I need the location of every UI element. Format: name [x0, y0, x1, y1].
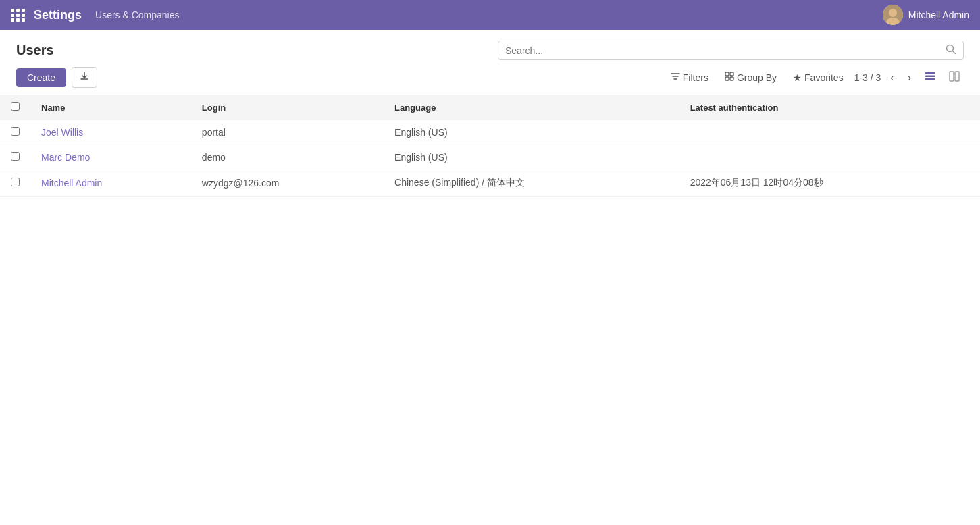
col-latest-auth: Latest authentication [679, 95, 980, 120]
select-all-checkbox[interactable] [11, 102, 20, 111]
toolbar-right: Filters Group By ★ Favorites [665, 68, 964, 87]
main-content: Users Create [0, 30, 980, 525]
row-checkbox-cell [0, 170, 30, 197]
filters-button[interactable]: Filters [665, 69, 714, 86]
svg-rect-12 [950, 72, 954, 81]
page-header: Users [0, 30, 980, 60]
pagination-info: 1-3 / 3 [854, 72, 881, 83]
row-checkbox[interactable] [11, 178, 20, 186]
apps-menu-button[interactable] [11, 9, 26, 22]
avatar[interactable] [883, 5, 903, 25]
row-name: Mitchell Admin [30, 170, 191, 197]
table-row: Marc Demo demo English (US) [0, 145, 980, 170]
username-label: Mitchell Admin [908, 9, 969, 20]
topbar: Settings Users & Companies Mitchell Admi… [0, 0, 980, 30]
toolbar-left: Create [16, 67, 97, 88]
row-login: demo [191, 145, 384, 170]
search-icon [946, 44, 956, 57]
row-latest-auth [679, 120, 980, 145]
next-page-button[interactable]: › [904, 70, 915, 85]
row-checkbox-cell [0, 145, 30, 170]
export-button[interactable] [72, 67, 97, 88]
table-row: Joel Willis portal English (US) [0, 120, 980, 145]
select-all-col [0, 95, 30, 120]
svg-rect-11 [925, 78, 935, 80]
col-language: Language [384, 95, 679, 120]
svg-rect-8 [730, 77, 733, 80]
user-link[interactable]: Joel Willis [41, 127, 83, 138]
col-name: Name [30, 95, 191, 120]
table-header-row: Name Login Language Latest authenticatio… [0, 95, 980, 120]
svg-rect-5 [725, 72, 729, 76]
page-title: Users [16, 43, 54, 58]
svg-rect-7 [725, 77, 729, 80]
toolbar: Create Filters [0, 60, 980, 95]
svg-rect-6 [730, 72, 733, 76]
svg-rect-10 [925, 75, 935, 77]
search-input[interactable] [505, 45, 946, 56]
table-row: Mitchell Admin wzydgz@126.com Chinese (S… [0, 170, 980, 197]
users-table: Name Login Language Latest authenticatio… [0, 95, 980, 197]
star-icon: ★ [793, 72, 802, 83]
row-latest-auth [679, 145, 980, 170]
filters-label: Filters [683, 72, 708, 83]
row-name: Joel Willis [30, 120, 191, 145]
svg-line-4 [953, 51, 956, 54]
row-latest-auth: 2022年06月13日 12时04分08秒 [679, 170, 980, 197]
row-login: portal [191, 120, 384, 145]
row-language: English (US) [384, 120, 679, 145]
row-name: Marc Demo [30, 145, 191, 170]
svg-point-1 [889, 9, 897, 17]
row-language: English (US) [384, 145, 679, 170]
row-checkbox[interactable] [11, 127, 20, 136]
col-login: Login [191, 95, 384, 120]
group-by-label: Group By [737, 72, 777, 83]
list-view-button[interactable] [921, 68, 939, 87]
row-checkbox[interactable] [11, 152, 20, 161]
groupby-icon [725, 72, 734, 83]
kanban-view-button[interactable] [945, 68, 964, 87]
row-login: wzydgz@126.com [191, 170, 384, 197]
row-language: Chinese (Simplified) / 简体中文 [384, 170, 679, 197]
search-container [498, 41, 964, 60]
favorites-label: Favorites [804, 72, 844, 83]
favorites-button[interactable]: ★ Favorites [788, 70, 849, 86]
app-title: Settings [34, 8, 82, 22]
breadcrumb: Users & Companies [95, 9, 180, 20]
row-checkbox-cell [0, 120, 30, 145]
user-link[interactable]: Mitchell Admin [41, 178, 102, 189]
prev-page-button[interactable]: ‹ [886, 70, 898, 85]
create-button[interactable]: Create [16, 68, 66, 87]
filter-icon [671, 72, 680, 83]
group-by-button[interactable]: Group By [719, 69, 782, 86]
topbar-right: Mitchell Admin [883, 5, 969, 25]
user-link[interactable]: Marc Demo [41, 152, 90, 163]
svg-rect-13 [955, 72, 959, 81]
svg-rect-9 [925, 72, 935, 74]
